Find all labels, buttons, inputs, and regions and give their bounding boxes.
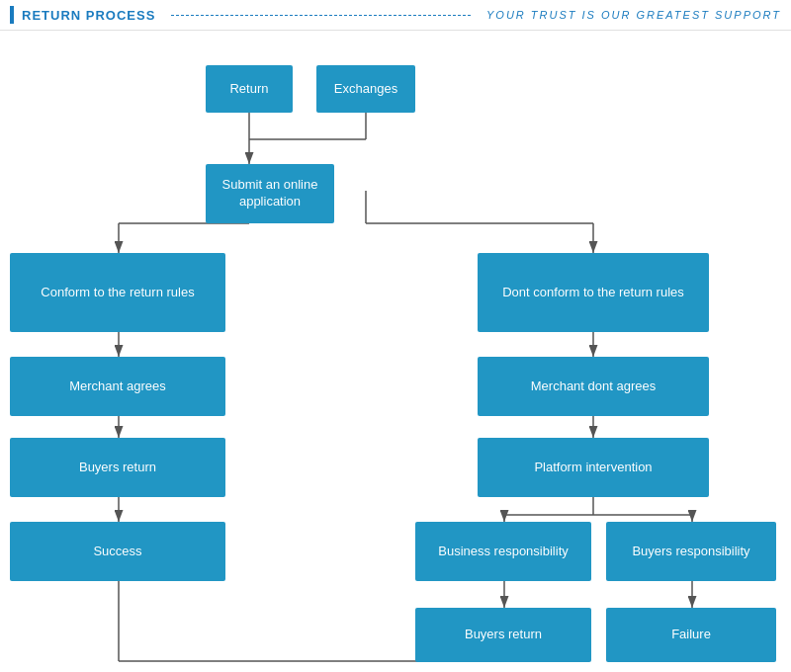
header: RETURN PROCESS YOUR TRUST IS OUR GREATES… bbox=[0, 0, 791, 31]
header-accent bbox=[10, 6, 14, 24]
flowchart: Return Exchanges Submit an online applic… bbox=[0, 31, 791, 671]
buyers-resp-box: Buyers responsibility bbox=[606, 522, 776, 581]
exchanges-box: Exchanges bbox=[316, 65, 415, 113]
return-box: Return bbox=[206, 65, 293, 113]
platform-box: Platform intervention bbox=[478, 438, 709, 497]
dont-conform-box: Dont conform to the return rules bbox=[478, 253, 709, 332]
buyers-return-left-box: Buyers return bbox=[10, 438, 225, 497]
conform-box: Conform to the return rules bbox=[10, 253, 225, 332]
header-title: RETURN PROCESS bbox=[22, 8, 155, 23]
header-tagline: YOUR TRUST IS OUR GREATEST SUPPORT bbox=[486, 9, 781, 21]
merchant-agrees-box: Merchant agrees bbox=[10, 357, 225, 416]
failure-box: Failure bbox=[606, 608, 776, 662]
header-divider bbox=[171, 15, 471, 16]
success-box: Success bbox=[10, 522, 225, 581]
business-resp-box: Business responsibility bbox=[415, 522, 591, 581]
submit-box: Submit an online application bbox=[206, 164, 334, 223]
buyers-return-mid-box: Buyers return bbox=[415, 608, 591, 662]
merchant-dont-box: Merchant dont agrees bbox=[478, 357, 709, 416]
